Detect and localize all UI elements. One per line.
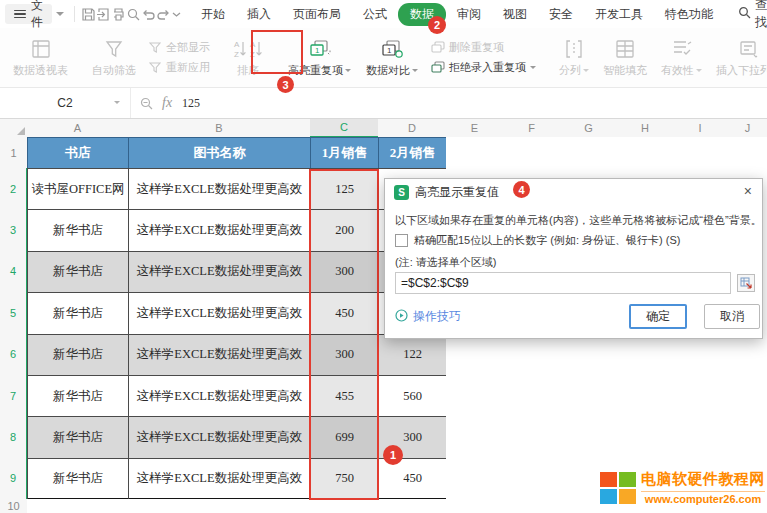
cell-H7[interactable] [617, 375, 674, 417]
range-input[interactable]: =$C$2:$C$9 [395, 272, 731, 294]
toolbar-text-to-columns[interactable]: 分列 [552, 28, 596, 87]
formula-input[interactable]: 125 [182, 96, 200, 111]
cell-D1[interactable]: 2月销售 [378, 137, 447, 169]
row-header-10[interactable]: 10 [0, 499, 28, 513]
cell-I1[interactable] [673, 137, 728, 169]
tab-review[interactable]: 审阅 [446, 3, 492, 26]
cell-B10[interactable] [128, 499, 311, 513]
cell-G7[interactable] [560, 375, 618, 417]
toolbar-reapply[interactable]: 重新应用 [149, 60, 210, 75]
cell-A9[interactable]: 新华书店 [27, 458, 129, 500]
column-header-E[interactable]: E [446, 118, 504, 138]
cell-J7[interactable] [727, 375, 767, 417]
cell-I6[interactable] [673, 334, 728, 376]
cell-F7[interactable] [503, 375, 561, 417]
cell-B2[interactable]: 这样学EXCLE数据处理更高效 [128, 168, 311, 210]
tips-link[interactable]: 操作技巧 [395, 308, 461, 325]
toolbar-validation[interactable]: 有效性 [654, 28, 709, 87]
tab-page-layout[interactable]: 页面布局 [282, 3, 352, 26]
cell-C5[interactable]: 450 [310, 292, 379, 334]
find-button[interactable]: 查找 [738, 0, 767, 31]
cell-D7[interactable]: 560 [378, 375, 447, 417]
fx-icon[interactable]: fx [162, 95, 172, 111]
file-caret-icon[interactable] [56, 12, 64, 20]
row-header-5[interactable]: 5 [0, 292, 28, 334]
row-header-2[interactable]: 2 [0, 168, 28, 210]
cell-B7[interactable]: 这样学EXCLE数据处理更高效 [128, 375, 311, 417]
cell-E9[interactable] [446, 458, 504, 500]
cell-G6[interactable] [560, 334, 618, 376]
cell-B5[interactable]: 这样学EXCLE数据处理更高效 [128, 292, 311, 334]
cell-A5[interactable]: 新华书店 [27, 292, 129, 334]
cell-C4[interactable]: 300 [310, 251, 379, 293]
tab-special-features[interactable]: 特色功能 [654, 3, 724, 26]
toolbar-show-all[interactable]: 全部显示 [149, 40, 210, 55]
cell-D10[interactable] [378, 499, 447, 513]
cell-E1[interactable] [446, 137, 504, 169]
column-header-J[interactable]: J [727, 118, 767, 138]
cell-I7[interactable] [673, 375, 728, 417]
column-header-G[interactable]: G [560, 118, 618, 138]
cell-A10[interactable] [27, 499, 129, 513]
cell-B9[interactable]: 这样学EXCLE数据处理更高效 [128, 458, 311, 500]
cell-J8[interactable] [727, 416, 767, 458]
undo-icon[interactable] [141, 3, 156, 25]
cell-F8[interactable] [503, 416, 561, 458]
column-header-A[interactable]: A [27, 118, 129, 138]
row-header-3[interactable]: 3 [0, 209, 28, 251]
tab-security[interactable]: 安全 [538, 3, 584, 26]
cell-A6[interactable]: 新华书店 [27, 334, 129, 376]
tab-formulas[interactable]: 公式 [352, 3, 398, 26]
row-header-8[interactable]: 8 [0, 416, 28, 458]
cell-A1[interactable]: 书店 [27, 137, 129, 169]
tab-insert[interactable]: 插入 [236, 3, 282, 26]
column-header-I[interactable]: I [673, 118, 728, 138]
cell-B3[interactable]: 这样学EXCLE数据处理更高效 [128, 209, 311, 251]
exact-match-checkbox[interactable]: 精确匹配15位以上的长数字 (例如: 身份证、银行卡) (S) [395, 233, 680, 248]
toolbar-insert-dropdown-list[interactable]: 插入下拉列表 [709, 28, 767, 87]
toolbar-smart-fill[interactable]: 智能填充 [596, 28, 654, 87]
column-header-B[interactable]: B [128, 118, 311, 138]
cell-F10[interactable] [503, 499, 561, 513]
ok-button[interactable]: 确定 [629, 304, 687, 329]
name-box[interactable]: C2 [0, 88, 131, 118]
cell-G1[interactable] [560, 137, 618, 169]
cell-E10[interactable] [446, 499, 504, 513]
cell-F1[interactable] [503, 137, 561, 169]
redo-icon[interactable] [156, 3, 171, 25]
tab-view[interactable]: 视图 [492, 3, 538, 26]
column-header-D[interactable]: D [378, 118, 447, 138]
column-header-C[interactable]: C [310, 118, 379, 138]
export-icon[interactable] [96, 3, 111, 25]
more-commands-icon[interactable] [171, 3, 182, 25]
cell-F9[interactable] [503, 458, 561, 500]
cell-C3[interactable]: 200 [310, 209, 379, 251]
range-picker-button[interactable] [737, 274, 755, 292]
cell-C7[interactable]: 455 [310, 375, 379, 417]
cell-E7[interactable] [446, 375, 504, 417]
cell-I8[interactable] [673, 416, 728, 458]
cell-B1[interactable]: 图书名称 [128, 137, 311, 169]
cell-A4[interactable]: 新华书店 [27, 251, 129, 293]
cell-B4[interactable]: 这样学EXCLE数据处理更高效 [128, 251, 311, 293]
cell-H1[interactable] [617, 137, 674, 169]
cell-E6[interactable] [446, 334, 504, 376]
cell-H8[interactable] [617, 416, 674, 458]
cell-F6[interactable] [503, 334, 561, 376]
row-header-1[interactable]: 1 [0, 137, 28, 169]
column-header-F[interactable]: F [503, 118, 561, 138]
tab-home[interactable]: 开始 [190, 3, 236, 26]
toolbar-remove-duplicates[interactable]: 删除重复项 [431, 40, 536, 55]
toolbar-sort[interactable]: A Z A Z 排序 [226, 28, 270, 87]
zoom-formula-icon[interactable] [139, 96, 154, 111]
print-preview-icon[interactable] [126, 3, 141, 25]
print-icon[interactable] [111, 3, 126, 25]
cell-C2[interactable]: 125 [310, 168, 379, 210]
file-menu-button[interactable]: 文件 [5, 4, 52, 24]
cancel-button[interactable]: 取消 [704, 304, 760, 329]
row-header-4[interactable]: 4 [0, 251, 28, 293]
cell-A8[interactable]: 新华书店 [27, 416, 129, 458]
row-header-7[interactable]: 7 [0, 375, 28, 417]
cell-A7[interactable]: 新华书店 [27, 375, 129, 417]
cell-D6[interactable]: 122 [378, 334, 447, 376]
